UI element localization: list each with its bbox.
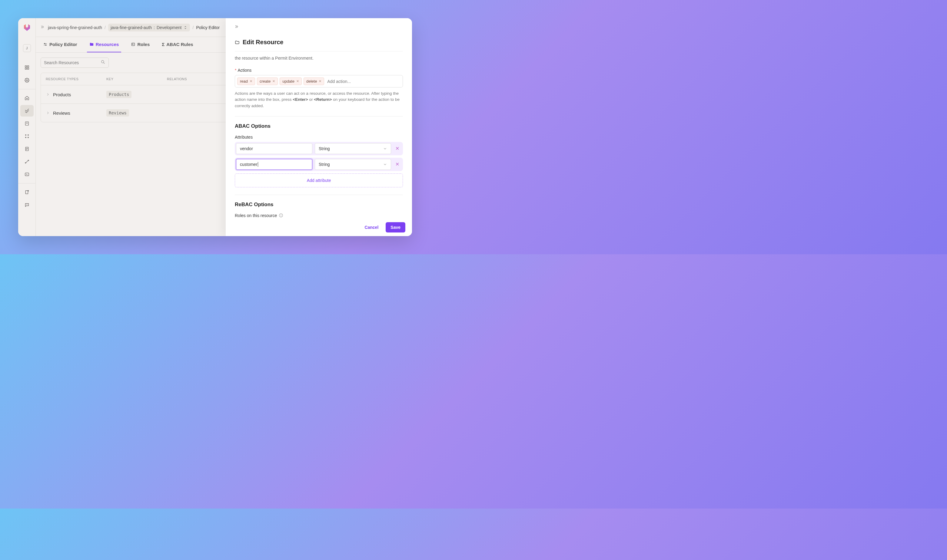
svg-point-21 (28, 191, 28, 191)
nav-audit[interactable] (20, 143, 34, 155)
tab-resources[interactable]: Resources (87, 37, 122, 52)
attribute-name-input[interactable]: vendor (236, 143, 312, 154)
nav-home[interactable] (20, 92, 34, 104)
remove-attribute-button[interactable]: ✕ (393, 162, 401, 167)
actions-help-text: Actions are the ways a user can act on a… (235, 91, 403, 117)
remove-action-icon[interactable]: ✕ (319, 79, 321, 83)
tab-roles[interactable]: Roles (128, 37, 152, 52)
search-icon (100, 60, 105, 66)
action-chip-read: read ✕ (237, 77, 255, 85)
cancel-button[interactable]: Cancel (359, 222, 383, 232)
sidebar: J (18, 18, 36, 236)
attribute-type-select[interactable]: String (315, 159, 391, 170)
breadcrumb-project[interactable]: java-spring-fine-grained-auth (48, 25, 102, 30)
svg-point-16 (25, 163, 26, 163)
tab-abac-rules[interactable]: Σ ABAC Rules (159, 37, 195, 52)
resource-key: Reviews (106, 109, 129, 117)
remove-action-icon[interactable]: ✕ (250, 79, 252, 83)
abac-options-heading: ABAC Options (235, 123, 403, 129)
svg-line-33 (103, 63, 105, 63)
col-resource-types: RESOURCE TYPES (46, 77, 106, 81)
nav-graph[interactable] (20, 156, 34, 168)
nav-directory[interactable] (20, 118, 34, 129)
svg-point-8 (25, 135, 26, 135)
chevron-updown-icon (183, 25, 188, 30)
attribute-row: vendor String ✕ (235, 142, 403, 155)
svg-point-4 (26, 80, 28, 81)
svg-point-11 (28, 137, 28, 138)
svg-rect-1 (27, 66, 29, 67)
action-chip-delete: delete ✕ (304, 77, 324, 85)
action-chip-create: create ✕ (257, 77, 278, 85)
nav-policy[interactable] (20, 105, 34, 117)
remove-action-icon[interactable]: ✕ (272, 79, 275, 83)
search-box[interactable] (41, 57, 109, 68)
drawer-footer: Cancel Save (226, 218, 412, 236)
svg-rect-18 (25, 173, 29, 175)
save-button[interactable]: Save (386, 222, 405, 232)
svg-point-36 (281, 215, 281, 215)
nav-docs[interactable] (20, 186, 34, 198)
nav-terminal[interactable] (20, 169, 34, 180)
drawer-subtitle: the resource within a Permit Environment… (235, 56, 403, 60)
nav-dashboard[interactable] (20, 62, 34, 73)
nav-connections[interactable] (20, 131, 34, 142)
actions-input-box[interactable]: read ✕ create ✕ update ✕ delete ✕ (235, 75, 403, 88)
drawer-title: Edit Resource (235, 39, 403, 51)
svg-point-26 (44, 43, 45, 44)
breadcrumb: java-spring-fine-grained-auth / java-fin… (41, 24, 220, 31)
roles-on-resource-label: Roles on this resource (235, 213, 403, 218)
svg-rect-3 (27, 68, 29, 69)
tab-policy-editor[interactable]: Policy Editor (41, 37, 80, 52)
svg-rect-20 (25, 191, 28, 194)
folder-icon (89, 42, 94, 47)
svg-point-17 (28, 160, 29, 161)
chevron-right-icon (46, 111, 50, 115)
svg-point-9 (28, 135, 28, 135)
chevron-down-icon (383, 162, 387, 166)
drawer-collapse-button[interactable] (235, 24, 240, 30)
logo (22, 22, 32, 32)
nav-settings[interactable] (20, 74, 34, 86)
svg-point-27 (45, 45, 46, 46)
remove-action-icon[interactable]: ✕ (296, 79, 299, 83)
add-attribute-button[interactable]: Add attribute (235, 174, 403, 188)
avatar[interactable]: J (23, 44, 31, 52)
svg-rect-2 (25, 68, 27, 69)
id-icon (131, 42, 136, 47)
chevron-down-icon (383, 146, 387, 151)
nav-feedback[interactable] (20, 199, 34, 211)
sliders-icon (43, 42, 48, 47)
folder-outline-icon (235, 40, 240, 45)
attribute-row: customer String ✕ (235, 158, 403, 171)
breadcrumb-expand-icon[interactable] (41, 25, 45, 30)
svg-point-32 (102, 60, 104, 63)
resource-key: Products (106, 91, 131, 98)
attribute-name-input[interactable]: customer (236, 159, 312, 170)
svg-rect-0 (25, 66, 27, 67)
svg-point-10 (25, 137, 26, 138)
info-icon[interactable] (279, 213, 283, 218)
search-input[interactable] (44, 60, 100, 65)
breadcrumb-env-selector[interactable]: java-fine-grained-auth : Development (108, 24, 190, 31)
breadcrumb-current: Policy Editor (196, 25, 220, 30)
attribute-type-select[interactable]: String (315, 143, 391, 154)
app-window: J (18, 18, 412, 236)
sigma-icon: Σ (162, 42, 165, 47)
attributes-label: Attributes (235, 135, 403, 140)
remove-attribute-button[interactable]: ✕ (393, 146, 401, 151)
edit-resource-drawer: Edit Resource the resource within a Perm… (226, 18, 412, 236)
actions-field-label: * Actions (235, 68, 403, 73)
chevron-right-icon (46, 92, 50, 97)
add-action-input[interactable] (326, 78, 401, 85)
svg-point-29 (133, 44, 133, 45)
rebac-options-heading: ReBAC Options (235, 202, 403, 208)
col-key: KEY (106, 77, 167, 81)
action-chip-update: update ✕ (280, 77, 302, 85)
